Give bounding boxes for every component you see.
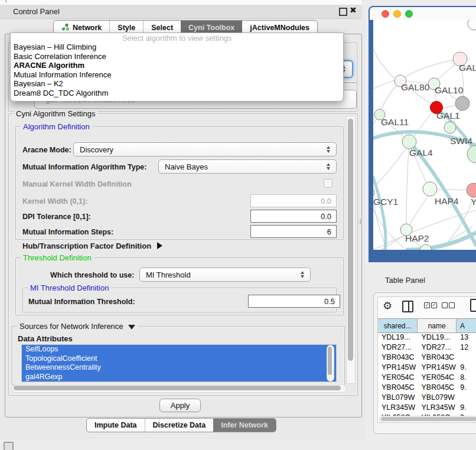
kernel-width-input: 0.0: [250, 194, 337, 207]
top-strip-mark: [5, 0, 6, 3]
network-icon: [61, 23, 69, 32]
select-all-icon[interactable]: ✓: [424, 302, 430, 308]
scrollbar-thumb[interactable]: [381, 417, 476, 421]
algorithm-definition-title: Algorithm Definition: [21, 122, 92, 131]
deselect-all-icon[interactable]: [442, 302, 448, 308]
expanded-arrow-icon: [128, 325, 135, 330]
network-node[interactable]: [420, 244, 432, 250]
table-row[interactable]: YBR043CYBR043C: [378, 353, 476, 363]
mi-steps-input[interactable]: 6: [250, 225, 337, 238]
settings-horizontal-scrollbar[interactable]: [12, 384, 346, 393]
tab-discretize-data-label: Discretize Data: [153, 421, 206, 429]
column-header-partial[interactable]: A: [457, 319, 476, 332]
manual-kernel-label: Manual Kernel Width Definition: [22, 180, 132, 188]
table-row[interactable]: YDR27...YDR27...12: [378, 343, 476, 353]
deselect-all-icon2[interactable]: [449, 302, 455, 308]
scrollbar-thumb[interactable]: [14, 386, 341, 390]
hub-definition-toggle[interactable]: Hub/Transcription Factor Definition: [22, 242, 162, 250]
scrollbar-thumb[interactable]: [328, 347, 332, 375]
network-node[interactable]: [423, 182, 437, 196]
gear-icon[interactable]: ⚙: [383, 299, 392, 312]
data-attributes-label: Data Attributes: [18, 334, 73, 343]
cell: YPR145W: [378, 363, 418, 373]
network-node[interactable]: [455, 96, 470, 110]
table-row[interactable]: YBR045CYBR045C9.: [378, 383, 476, 393]
settings-vertical-scrollbar[interactable]: [346, 116, 356, 384]
float-panel-icon[interactable]: [339, 8, 347, 16]
tab-discretize-data[interactable]: Discretize Data: [145, 419, 214, 432]
network-window-titlebar[interactable]: [370, 7, 476, 20]
tab-cyni-toolbox-label: Cyni Toolbox: [188, 24, 234, 32]
bottom-left-icon[interactable]: [4, 442, 14, 450]
scrollbar-thumb[interactable]: [348, 119, 353, 361]
manual-kernel-checkbox: [324, 179, 332, 188]
column-header-shared[interactable]: shared...: [378, 319, 418, 332]
table-rows: YDL19...YDL19...13 YDR27...YDR27...12 YB…: [378, 332, 476, 417]
network-node[interactable]: [444, 122, 456, 133]
node-table: ⚙ ✓ ✓ shared... name A YDL19...YDL19...1…: [377, 296, 476, 423]
dpi-tolerance-label: DPI Tolerance [0,1]:: [22, 213, 91, 221]
zoom-window-icon[interactable]: [405, 10, 413, 18]
close-panel-icon[interactable]: ✖: [350, 5, 357, 15]
table-row[interactable]: YBL079WYBL079W: [378, 393, 476, 403]
algorithm-option[interactable]: Mutual Information Inference: [11, 70, 343, 80]
list-item[interactable]: SelfLoops: [22, 345, 336, 354]
table-row[interactable]: YDL19...YDL19...13: [378, 332, 476, 343]
cell: YLR345W: [418, 403, 457, 413]
attribute-list-scrollbar[interactable]: [327, 345, 334, 381]
algorithm-option[interactable]: Bayesian – Hill Climbing: [11, 43, 343, 52]
mi-threshold-label: Mutual Information Threshold:: [28, 298, 135, 306]
algorithm-option[interactable]: ARACNE Algorithm: [11, 61, 343, 70]
threshold-definition-title: Threshold Definition: [21, 253, 94, 262]
data-attributes-list: SelfLoops TopologicalCoefficient Between…: [21, 344, 337, 382]
table-row[interactable]: YLR345WYLR345W9.: [378, 403, 476, 413]
tab-impute-data[interactable]: Impute Data: [87, 419, 145, 432]
aracne-mode-value: Discovery: [80, 145, 113, 154]
mi-algorithm-type-combo[interactable]: Naive Bayes: [158, 159, 337, 174]
cell: YPR145W: [418, 363, 457, 373]
column-header-name[interactable]: name: [418, 319, 457, 332]
combo-arrows-icon: [327, 146, 330, 153]
which-threshold-combo[interactable]: MI Threshold: [139, 268, 311, 282]
mi-algorithm-type-label: Mutual Information Algorithm Type:: [22, 163, 146, 171]
minimize-window-icon[interactable]: [393, 10, 401, 18]
network-node[interactable]: [467, 183, 476, 197]
table-row[interactable]: YER054CYER054C8.: [378, 373, 476, 383]
cell: 9.: [457, 363, 476, 373]
sources-group-toggle[interactable]: Sources for Network Inference: [17, 322, 138, 331]
select-all-icon2[interactable]: ✓: [431, 302, 437, 308]
tab-impute-data-label: Impute Data: [94, 421, 137, 429]
dpi-tolerance-input[interactable]: 0.0: [250, 210, 337, 223]
tab-infer-network[interactable]: Infer Network: [213, 419, 276, 432]
node-label: GAL10: [435, 85, 464, 95]
cell: 13: [457, 332, 476, 343]
list-item[interactable]: gal4RGexp: [22, 373, 336, 382]
sources-group-title: Sources for Network Inference: [19, 322, 123, 331]
dropdown-placeholder: Select algorithm to view settings: [11, 34, 343, 43]
cell: YER054C: [378, 373, 418, 383]
close-window-icon[interactable]: [382, 10, 389, 18]
algorithm-option[interactable]: Basic Correlation Inference: [11, 52, 343, 61]
algorithm-option[interactable]: Bayesian – K2: [11, 79, 343, 89]
tab-jactivemnodules-label: jActiveMNodules: [250, 24, 309, 32]
network-canvas[interactable]: GAL GAL80 GAL10 GAL1 GAL11 SWI4 GAL4 GCY…: [373, 19, 476, 250]
table-row[interactable]: YPR145WYPR145W9.: [378, 363, 476, 373]
list-item[interactable]: TopologicalCoefficient: [22, 354, 336, 364]
mi-steps-label: Mutual Information Steps:: [22, 228, 113, 236]
apply-button[interactable]: Apply: [159, 399, 201, 412]
aracne-mode-combo[interactable]: Discovery: [73, 142, 337, 156]
document-icon[interactable]: [470, 299, 476, 312]
collapsed-arrow-icon: [157, 242, 162, 249]
list-item[interactable]: BetweennessCentrality: [22, 363, 336, 373]
node-label: Y: [471, 197, 476, 207]
mi-threshold-input[interactable]: 0.5: [248, 295, 340, 308]
algorithm-option[interactable]: Dream8 DC_TDC Algorithm: [11, 89, 343, 98]
table-horizontal-scrollbar[interactable]: [379, 416, 476, 423]
node-label: HAP4: [435, 196, 459, 206]
network-node[interactable]: [467, 145, 476, 163]
split-columns-icon[interactable]: [402, 301, 413, 312]
node-label: GAL4: [409, 148, 433, 158]
network-node[interactable]: [468, 19, 476, 30]
panel-splitter[interactable]: [360, 219, 362, 224]
network-node[interactable]: [402, 135, 416, 149]
